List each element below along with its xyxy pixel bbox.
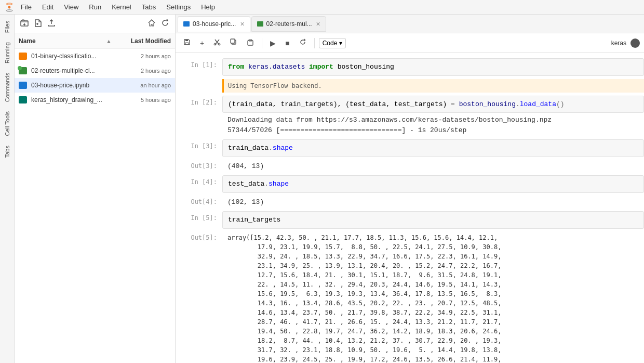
menu-kernel[interactable]: Kernel [108,2,136,12]
restart-button[interactable] [296,36,310,49]
file-name: 02-reuters-multiple-cl... [31,67,114,74]
new-file-button[interactable] [32,17,44,30]
tab-house-price[interactable]: 03-house-pric... × [178,16,250,32]
cell-type-selector[interactable]: Code ▾ [319,38,346,48]
svg-rect-7 [185,40,188,41]
sidebar-tab-cell-tools[interactable]: Cell Tools [2,107,12,140]
menu-settings[interactable]: Settings [162,2,195,12]
list-item[interactable]: keras_history_drawing_... 5 hours ago [15,93,175,107]
add-cell-button[interactable]: + [196,37,208,49]
cut-button[interactable] [210,36,224,49]
run-button[interactable]: ▶ [266,37,279,49]
jupyter-logo [4,2,15,12]
cell-input-1[interactable]: from keras.datasets import boston_housin… [222,58,644,76]
cell-type-label: Code [323,40,338,47]
refresh-button[interactable] [159,17,171,30]
menu-file[interactable]: File [17,2,36,12]
cell-prompt-in1: In [1]: [176,58,222,69]
cell-content-3[interactable]: train_data.shape [222,139,644,157]
list-item[interactable]: 01-binary-classificatio... 2 hours ago [15,49,175,63]
menu-tabs[interactable]: Tabs [138,2,160,12]
toolbar-right: keras [611,38,640,48]
cell-output-warning: Using TensorFlow backend. [176,77,644,95]
cell-input-2[interactable]: (train_data, train_targets), (test_data,… [222,96,644,113]
menu-view[interactable]: View [60,2,83,12]
paste-button[interactable] [243,36,258,49]
cell-input-3[interactable]: train_data.shape [222,139,644,157]
home-button[interactable] [146,17,157,30]
cell-out4: Out[4]: (102, 13) [176,194,644,211]
menubar: File Edit View Run Kernel Tabs Settings … [0,0,644,15]
content-area: 03-house-pric... × 02-reuters-mul... × + [176,15,644,363]
cell-content-1[interactable]: from keras.datasets import boston_housin… [222,58,644,76]
new-folder-button[interactable] [19,17,30,30]
chevron-down-icon: ▾ [339,40,342,47]
menu-run[interactable]: Run [85,2,105,12]
file-modified: 2 hours ago [114,53,171,59]
notebook-icon-orange [19,53,28,60]
file-panel-header: Name ▲ Last Modified [15,33,175,49]
column-name[interactable]: Name [19,37,106,45]
cell-3: In [3]: train_data.shape [176,138,644,158]
notebook-icon-green [19,67,28,74]
tab-bar: 03-house-pric... × 02-reuters-mul... × [176,15,644,33]
svg-point-0 [8,6,11,8]
file-panel-toolbar [15,15,175,33]
cell-prompt-in3: In [3]: [176,139,222,150]
list-item[interactable]: 03-house-price.ipynb an hour ago [15,78,175,93]
sidebar-tabs: Files Running Commands Cell Tools Tabs [0,15,15,363]
cell-output-download: Downloading data from https://s3.amazona… [222,113,644,137]
sidebar-tab-tabs[interactable]: Tabs [2,141,12,162]
tab-close-button[interactable]: × [240,20,244,28]
upload-button[interactable] [46,17,57,30]
copy-button[interactable] [226,36,241,49]
tab-icon-blue [183,21,190,27]
toolbar-separator [262,38,262,48]
cell-prompt-empty1 [176,78,222,81]
svg-rect-11 [231,39,235,43]
sidebar-tab-commands[interactable]: Commands [2,69,12,106]
tab-reuters[interactable]: 02-reuters-mul... × [251,16,326,32]
cell-output-3: (404, 13) [222,159,644,174]
menu-help[interactable]: Help [197,2,219,12]
sidebar-tab-files[interactable]: Files [2,17,12,37]
cell-warning-content: Using TensorFlow backend. [222,78,644,94]
cell-prompt-out3: Out[3]: [176,159,222,170]
list-item[interactable]: 02-reuters-multiple-cl... 2 hours ago [15,63,175,78]
file-name: keras_history_drawing_... [31,96,114,103]
svg-point-1 [6,3,12,5]
tab-label: 02-reuters-mul... [266,20,312,28]
notebook-body: In [1]: from keras.datasets import bosto… [176,53,644,363]
svg-rect-4 [183,21,190,27]
file-panel: Name ▲ Last Modified 01-binary-classific… [15,15,176,363]
cell-input-4[interactable]: test_data.shape [222,175,644,193]
cell-warning-text: Using TensorFlow backend. [222,79,644,93]
cell-1: In [1]: from keras.datasets import bosto… [176,57,644,77]
cell-out5: Out[5]: array([15.2, 42.3, 50. , 21.1, 1… [176,230,644,364]
save-button[interactable] [180,36,194,49]
sidebar-tab-running[interactable]: Running [2,38,12,68]
notebook-toolbar: + ▶ ■ Code ▾ keras [176,33,644,53]
stop-button[interactable]: ■ [281,37,293,49]
file-modified: 5 hours ago [114,97,171,103]
kernel-label: keras [611,40,626,47]
cell-4: In [4]: test_data.shape [176,174,644,194]
cell-content-2[interactable]: (train_data, train_targets), (test_data,… [222,96,644,138]
cell-out4-text: (102, 13) [222,195,644,210]
notebook-icon-blue [19,82,28,89]
menu-edit[interactable]: Edit [38,2,58,12]
tab-close-button[interactable]: × [316,20,320,28]
cell-input-5[interactable]: train_targets [222,211,644,229]
cell-2: In [2]: (train_data, train_targets), (te… [176,95,644,139]
cell-out5-text: array([15.2, 42.3, 50. , 21.1, 17.7, 18.… [222,231,644,364]
cell-out3-text: (404, 13) [222,159,644,174]
cell-content-5[interactable]: train_targets [222,211,644,229]
cell-content-4[interactable]: test_data.shape [222,175,644,193]
cell-output-5: array([15.2, 42.3, 50. , 21.1, 17.7, 18.… [222,231,644,364]
column-modified: Last Modified [114,37,171,45]
cell-output-4: (102, 13) [222,195,644,210]
file-name: 01-binary-classificatio... [31,53,114,60]
file-list: 01-binary-classificatio... 2 hours ago 0… [15,49,175,363]
cell-prompt-out4: Out[4]: [176,195,222,205]
file-modified: 2 hours ago [114,68,171,74]
